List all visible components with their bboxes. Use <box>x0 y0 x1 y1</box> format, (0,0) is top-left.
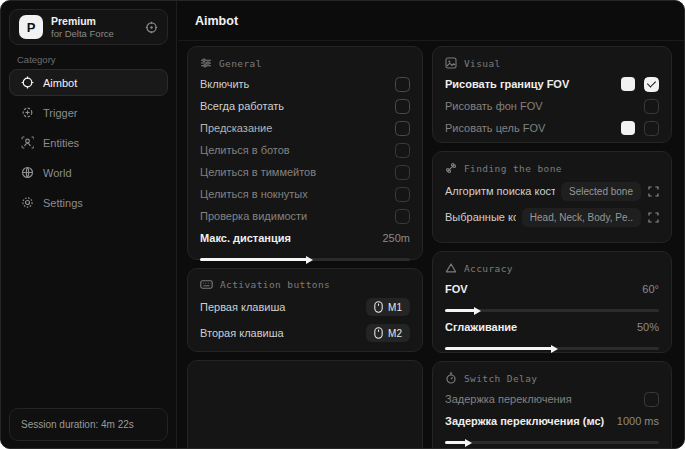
keybind-button-2[interactable]: M2 <box>366 324 410 342</box>
sidebar-item-world[interactable]: World <box>9 159 168 186</box>
toggle-label: Целиться в ботов <box>200 144 290 156</box>
brand-logo: P <box>19 15 43 39</box>
panel-title: Switch Delay <box>464 373 537 384</box>
page-title: Aimbot <box>195 14 238 28</box>
checkbox-enable[interactable] <box>395 77 410 92</box>
toggle-label: Рисовать фон FOV <box>445 100 543 112</box>
checkbox-switch-delay[interactable] <box>644 392 659 407</box>
keyboard-icon <box>200 279 213 290</box>
smoothing-slider[interactable] <box>445 347 659 350</box>
slider-value: 50% <box>637 321 659 333</box>
keybind-value: M2 <box>388 328 402 339</box>
checkbox-draw-fov-border[interactable] <box>644 77 659 92</box>
toggle-label: Включить <box>200 78 249 90</box>
sidebar-item-label: World <box>43 167 72 179</box>
toggle-label: Задержка переключения <box>445 393 572 405</box>
toggle-label: Целиться в нокнутых <box>200 188 308 200</box>
globe-icon <box>20 166 34 179</box>
sidebar-item-label: Trigger <box>43 107 77 119</box>
general-panel: General Включить Всегда работать Предска… <box>187 46 423 260</box>
sidebar: P Premium for Delta Force Category <box>1 1 177 448</box>
panel-title: Activation buttons <box>220 279 330 290</box>
entities-icon <box>20 136 34 149</box>
brand-subtitle: for Delta Force <box>51 28 114 40</box>
dropdown-value: Selected bone <box>569 186 633 197</box>
checkbox-target-bots[interactable] <box>395 143 410 158</box>
keybind-button-1[interactable]: M1 <box>366 298 410 316</box>
bone-algorithm-dropdown[interactable]: Selected bone <box>561 182 641 201</box>
mouse-icon <box>374 327 383 339</box>
sidebar-item-trigger[interactable]: Trigger <box>9 99 168 126</box>
slider-value: 250m <box>382 232 410 244</box>
checkbox-visibility-check[interactable] <box>395 209 410 224</box>
toggle-label: Всегда работать <box>200 100 284 112</box>
mouse-icon <box>374 301 383 313</box>
gear-icon <box>20 196 34 209</box>
trigger-icon <box>20 106 34 119</box>
refresh-icon[interactable] <box>145 21 158 34</box>
slider-label: Сглаживание <box>445 321 517 333</box>
panel-title: Visual <box>464 58 501 69</box>
left-column: General Включить Всегда работать Предска… <box>187 46 423 449</box>
checkbox-target-teammates[interactable] <box>395 165 410 180</box>
slider-label: Задержка переключения (мс) <box>445 415 604 427</box>
checkbox-draw-fov-target[interactable] <box>644 121 659 136</box>
sidebar-item-label: Settings <box>43 197 83 209</box>
sidebar-item-aimbot[interactable]: Aimbot <box>9 69 168 96</box>
session-duration: Session duration: 4m 22s <box>21 419 134 430</box>
toggle-label: Рисовать цель FOV <box>445 122 545 134</box>
image-icon <box>445 57 457 69</box>
session-card: Session duration: 4m 22s <box>9 408 168 441</box>
sidebar-item-settings[interactable]: Settings <box>9 189 168 216</box>
checkbox-target-knocked[interactable] <box>395 187 410 202</box>
keybind-value: M1 <box>388 302 402 313</box>
slider-label: Макс. дистанция <box>200 232 291 244</box>
bone-icon <box>445 162 457 174</box>
selected-bones-dropdown[interactable]: Head, Neck, Body, Pe.. <box>522 208 641 227</box>
main-content: Aimbot General Включить Всегда работать … <box>178 1 684 448</box>
toggle-label: Проверка видимости <box>200 210 307 222</box>
checkbox-always-work[interactable] <box>395 99 410 114</box>
switch-delay-slider[interactable] <box>445 441 659 444</box>
crosshair-icon <box>20 76 34 89</box>
keybind-label: Первая клавиша <box>200 301 285 313</box>
sidebar-item-entities[interactable]: Entities <box>9 129 168 156</box>
stopwatch-icon <box>445 372 457 384</box>
toggle-label: Предсказание <box>200 122 272 134</box>
dropdown-label: Выбранные кос <box>445 211 516 223</box>
slider-value: 1000 ms <box>617 415 659 427</box>
visual-panel: Visual Рисовать границу FOV Рисовать фон… <box>432 46 672 143</box>
panel-title: Accuracy <box>464 263 513 274</box>
sliders-icon <box>200 57 212 69</box>
app-window: P Premium for Delta Force Category <box>0 0 685 449</box>
finding-bone-panel: Finding the bone Алгоритм поиска кост Se… <box>432 151 672 243</box>
max-distance-slider[interactable] <box>200 258 410 261</box>
expand-icon[interactable] <box>648 212 659 223</box>
slider-value: 60° <box>642 283 659 295</box>
panel-title: Finding the bone <box>464 163 562 174</box>
dropdown-label: Алгоритм поиска кост <box>445 185 555 197</box>
sidebar-nav: Aimbot Trigger <box>9 69 168 216</box>
empty-panel <box>187 360 423 449</box>
brand-card: P Premium for Delta Force <box>9 9 168 45</box>
checkbox-draw-fov-background[interactable] <box>644 99 659 114</box>
sidebar-item-label: Entities <box>43 137 79 149</box>
slider-label: FOV <box>445 283 468 295</box>
checkbox-prediction[interactable] <box>395 121 410 136</box>
brand-title: Premium <box>51 15 114 28</box>
right-column: Visual Рисовать границу FOV Рисовать фон… <box>432 46 672 449</box>
dropdown-value: Head, Neck, Body, Pe.. <box>530 212 633 223</box>
category-label: Category <box>17 54 56 65</box>
color-swatch[interactable] <box>621 121 635 135</box>
fov-slider[interactable] <box>445 309 659 312</box>
color-swatch[interactable] <box>621 77 635 91</box>
triangle-icon <box>445 262 457 274</box>
panel-title: General <box>219 58 262 69</box>
keybind-label: Вторая клавиша <box>200 327 284 339</box>
activation-buttons-panel: Activation buttons Первая клавиша M1 <box>187 268 423 352</box>
toggle-label: Целиться в тиммейтов <box>200 166 316 178</box>
switch-delay-panel: Switch Delay Задержка переключения Задер… <box>432 361 672 449</box>
sidebar-item-label: Aimbot <box>43 77 77 89</box>
expand-icon[interactable] <box>648 186 659 197</box>
accuracy-panel: Accuracy FOV60° Сглаживание50% <box>432 251 672 353</box>
